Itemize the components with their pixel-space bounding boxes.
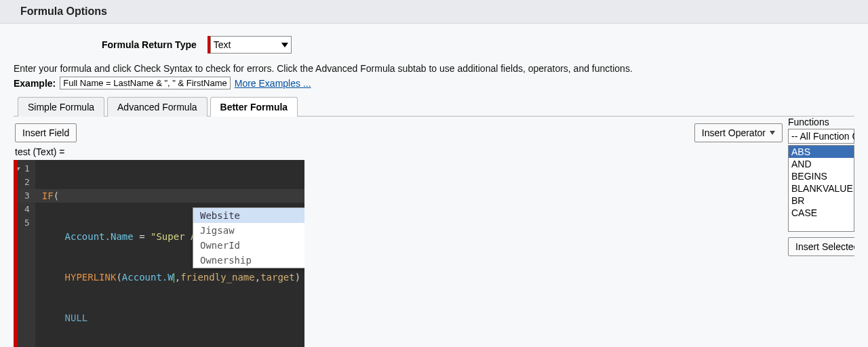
autocomplete-item[interactable]: Jigsaw Text (193, 223, 304, 238)
example-box: Full Name = LastName & ", " & FirstName (60, 77, 231, 89)
functions-category-select[interactable]: -- All Function Categories -- (788, 129, 854, 144)
functions-list[interactable]: ABS AND BEGINS BLANKVALUE BR CASE (788, 145, 854, 232)
autocomplete-item[interactable]: Ownership Picklist (193, 253, 304, 268)
text-cursor (174, 273, 174, 283)
tab-advanced-formula[interactable]: Advanced Formula (107, 97, 208, 117)
instructions-text: Enter your formula and click Check Synta… (14, 63, 854, 74)
insert-operator-button[interactable]: Insert Operator (694, 123, 783, 142)
autocomplete-popup[interactable]: Website URL Jigsaw Text OwnerId ID Own (193, 207, 304, 268)
page-title: Formula Options (20, 5, 107, 17)
insert-field-button[interactable]: Insert Field (15, 123, 77, 142)
formula-field-label: test (Text) = (15, 146, 784, 157)
tab-better-formula[interactable]: Better Formula (210, 97, 298, 117)
return-type-label: Formula Return Type (102, 39, 197, 50)
example-label: Example: (14, 78, 56, 89)
function-item[interactable]: BEGINS (789, 170, 854, 182)
content-area: Formula Return Type Text Enter your form… (0, 24, 868, 347)
fold-icon[interactable] (18, 167, 20, 171)
autocomplete-item[interactable]: Website URL (193, 208, 304, 223)
insert-selected-function-button[interactable]: Insert Selected Function (788, 237, 854, 256)
more-examples-link[interactable]: More Examples ... (235, 78, 311, 89)
function-item[interactable]: BLANKVALUE (789, 182, 854, 195)
return-type-value: Text (214, 39, 231, 50)
tab-simple-formula[interactable]: Simple Formula (18, 97, 104, 117)
return-type-row: Formula Return Type Text (102, 36, 854, 54)
code-editor[interactable]: 1 2 3 4 5 IF( Account.Name = "Super Awes… (18, 160, 304, 347)
function-item[interactable]: BR (789, 195, 854, 207)
function-item[interactable]: CASE (789, 207, 854, 219)
return-type-select-wrap: Text (208, 36, 292, 54)
autocomplete-item[interactable]: OwnerId ID (193, 238, 304, 253)
toolbar: Insert Field Insert Operator (14, 117, 784, 146)
tabs: Simple Formula Advanced Formula Better F… (14, 96, 854, 117)
functions-title: Functions (788, 117, 854, 127)
header-bar: Formula Options (0, 0, 868, 24)
example-row: Example: Full Name = LastName & ", " & F… (14, 77, 854, 89)
chevron-down-icon (770, 131, 775, 135)
function-item[interactable]: ABS (789, 146, 854, 158)
return-type-select[interactable]: Text (210, 36, 292, 54)
insert-operator-label: Insert Operator (702, 127, 766, 138)
chevron-down-icon (281, 43, 288, 47)
function-item[interactable]: AND (789, 158, 854, 170)
gutter: 1 2 3 4 5 (18, 160, 35, 347)
functions-panel: Functions -- All Function Categories -- … (788, 117, 854, 256)
